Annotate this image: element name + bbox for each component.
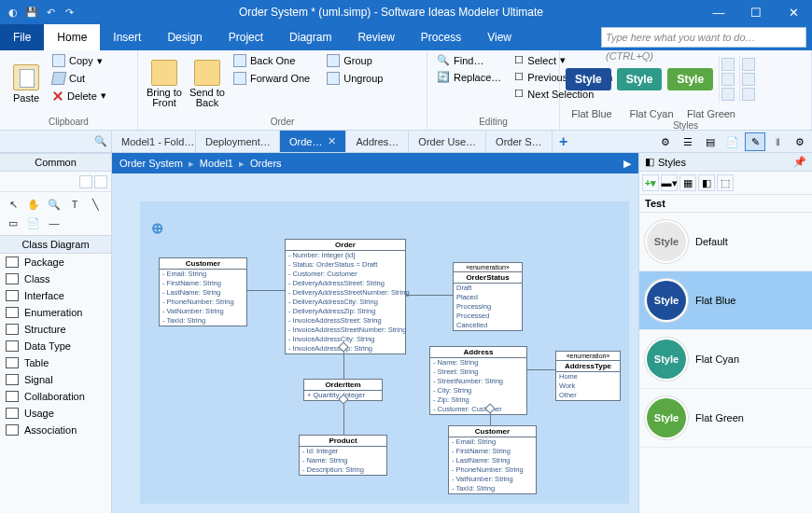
class-address[interactable]: Address- Name: String- Street: String- S… bbox=[429, 346, 527, 415]
tab-address[interactable]: Addres… bbox=[346, 131, 409, 152]
maximize-button[interactable]: ☐ bbox=[737, 0, 775, 24]
menu-design[interactable]: Design bbox=[154, 24, 215, 50]
style-flat-blue[interactable]: Style bbox=[566, 68, 611, 90]
style-tool-2[interactable]: ▬▾ bbox=[661, 174, 678, 191]
palette-usage[interactable]: Usage bbox=[0, 405, 111, 422]
tool-2[interactable]: ☰ bbox=[678, 132, 698, 151]
left-tool-a[interactable] bbox=[79, 175, 92, 188]
window-title: Order System * (uml.simp) - Software Ide… bbox=[82, 6, 700, 19]
style-item-default[interactable]: StyleDefault bbox=[639, 213, 812, 271]
menu-file[interactable]: File bbox=[0, 24, 44, 50]
replace-button[interactable]: 🔄 Replace… bbox=[433, 69, 505, 85]
menu-diagram[interactable]: Diagram bbox=[276, 24, 344, 50]
palette-collaboration[interactable]: Collaboration bbox=[0, 388, 111, 405]
tool-5[interactable]: ✎ bbox=[745, 132, 765, 151]
palette-package[interactable]: Package bbox=[0, 254, 111, 270]
test-label: Test bbox=[639, 195, 812, 213]
group-button[interactable]: Group bbox=[323, 52, 386, 69]
breadcrumb: Order System▸ Model1▸ Orders ▶ bbox=[112, 153, 638, 173]
close-tab-icon[interactable]: ✕ bbox=[328, 135, 336, 147]
tab-deployment[interactable]: Deployment… bbox=[196, 131, 280, 152]
enum-addresstype[interactable]: «enumeration»AddressTypeHomeWorkOther bbox=[555, 351, 621, 401]
close-button[interactable]: ✕ bbox=[775, 0, 812, 24]
save-icon[interactable]: 💾 bbox=[24, 5, 39, 20]
tool-4[interactable]: 📄 bbox=[722, 132, 743, 151]
tab-model1[interactable]: Model1 - Fold… bbox=[112, 131, 196, 152]
palette-class[interactable]: Class bbox=[0, 270, 111, 287]
menu-view[interactable]: View bbox=[474, 24, 525, 50]
tab-order-s[interactable]: Order S… bbox=[486, 131, 553, 152]
section-class-diagram: Class Diagram bbox=[0, 235, 111, 254]
pointer-tool[interactable]: ↖ bbox=[4, 196, 22, 213]
palette-association[interactable]: Association bbox=[0, 422, 111, 438]
minimize-button[interactable]: — bbox=[700, 0, 737, 24]
note-tool[interactable]: 📄 bbox=[24, 215, 43, 231]
palette-interface[interactable]: Interface bbox=[0, 287, 111, 304]
menu-process[interactable]: Process bbox=[408, 24, 474, 50]
section-common: Common bbox=[0, 153, 111, 172]
style-tool-3[interactable]: ▦ bbox=[679, 174, 696, 191]
menu-insert[interactable]: Insert bbox=[100, 24, 154, 50]
back-one-button[interactable]: Back One bbox=[230, 52, 314, 69]
ungroup-button[interactable]: Ungroup bbox=[323, 70, 386, 87]
menu-home[interactable]: Home bbox=[44, 24, 100, 50]
menu-project[interactable]: Project bbox=[216, 24, 276, 50]
palette-enumeration[interactable]: Enumeration bbox=[0, 304, 111, 321]
tool-3[interactable]: ▤ bbox=[700, 132, 721, 151]
tool-6[interactable]: ⦀ bbox=[767, 132, 788, 151]
send-to-back-button[interactable]: Send to Back bbox=[187, 52, 228, 116]
style-item-flat-green[interactable]: StyleFlat Green bbox=[639, 389, 812, 448]
style-flat-cyan[interactable]: Style bbox=[617, 68, 663, 90]
search-input[interactable]: Type here what you want to do… (CTRL+Q) bbox=[601, 27, 806, 48]
link-tool[interactable]: — bbox=[45, 215, 63, 231]
palette-signal[interactable]: Signal bbox=[0, 371, 111, 388]
delete-button[interactable]: Delete ▾ bbox=[49, 88, 110, 104]
tool-1[interactable]: ⚙ bbox=[655, 132, 676, 151]
style-item-flat-cyan[interactable]: StyleFlat Cyan bbox=[639, 330, 812, 389]
qat-icon[interactable]: ◐ bbox=[6, 5, 21, 20]
menu-review[interactable]: Review bbox=[344, 24, 407, 50]
palette-table[interactable]: Table bbox=[0, 354, 111, 371]
left-tool-b[interactable] bbox=[94, 175, 107, 188]
hand-tool[interactable]: ✋ bbox=[24, 196, 43, 213]
tool-7[interactable]: ⚙ bbox=[790, 132, 810, 151]
bring-to-front-button[interactable]: Bring to Front bbox=[144, 52, 185, 116]
zoom-tool[interactable]: 🔍 bbox=[45, 196, 63, 213]
cut-button[interactable]: Cut bbox=[49, 70, 110, 87]
class-order[interactable]: Order- Number: Integer {id}- Status: Ord… bbox=[285, 239, 406, 354]
palette-structure[interactable]: Structure bbox=[0, 321, 111, 338]
tab-order-use[interactable]: Order Use… bbox=[409, 131, 486, 152]
class-product[interactable]: Product- Id: Integer- Name: String- Desc… bbox=[299, 435, 387, 476]
style-item-flat-blue[interactable]: StyleFlat Blue bbox=[639, 271, 812, 330]
palette-data-type[interactable]: Data Type bbox=[0, 338, 111, 354]
style-tool-5[interactable]: ⬚ bbox=[717, 174, 734, 191]
class-customer[interactable]: Customer- Email: String- FirstName: Stri… bbox=[159, 257, 247, 326]
group-clipboard: Clipboard bbox=[6, 116, 132, 128]
redo-icon[interactable]: ↷ bbox=[62, 5, 77, 20]
group-editing: Editing bbox=[433, 116, 553, 128]
copy-button[interactable]: Copy ▾ bbox=[49, 52, 110, 69]
find-button[interactable]: 🔍 Find… bbox=[433, 52, 505, 68]
search-icon[interactable]: 🔍 bbox=[94, 135, 107, 147]
add-style-button[interactable]: +▾ bbox=[642, 174, 659, 191]
pin-icon[interactable]: 📌 bbox=[793, 156, 806, 168]
tab-orders[interactable]: Orde…✕ bbox=[280, 131, 346, 152]
diagram-canvas[interactable]: ⊕ ↖ Customer- Email: String- FirstName: … bbox=[112, 173, 638, 513]
add-tab-button[interactable]: + bbox=[553, 131, 575, 152]
style-gallery-controls[interactable] bbox=[719, 56, 734, 103]
paste-button[interactable]: Paste bbox=[6, 52, 47, 116]
style-gallery-more[interactable] bbox=[739, 56, 754, 103]
text-tool[interactable]: T bbox=[65, 196, 84, 213]
styles-panel-title: Styles bbox=[658, 157, 686, 168]
forward-one-button[interactable]: Forward One bbox=[230, 70, 314, 87]
enum-orderstatus[interactable]: «enumeration»OrderStatusDraftPlacedProce… bbox=[453, 262, 523, 331]
breadcrumb-play-icon[interactable]: ▶ bbox=[623, 158, 631, 170]
class-customer-2[interactable]: Customer- Email: String- FirstName: Stri… bbox=[448, 425, 537, 494]
styles-icon: ◧ bbox=[645, 156, 654, 168]
line-tool[interactable]: ╲ bbox=[86, 196, 105, 213]
undo-icon[interactable]: ↶ bbox=[43, 5, 58, 20]
style-flat-green[interactable]: Style bbox=[667, 68, 713, 90]
rect-tool[interactable]: ▭ bbox=[4, 215, 22, 231]
add-element-icon[interactable]: ⊕ bbox=[149, 220, 164, 235]
style-tool-4[interactable]: ◧ bbox=[698, 174, 715, 191]
